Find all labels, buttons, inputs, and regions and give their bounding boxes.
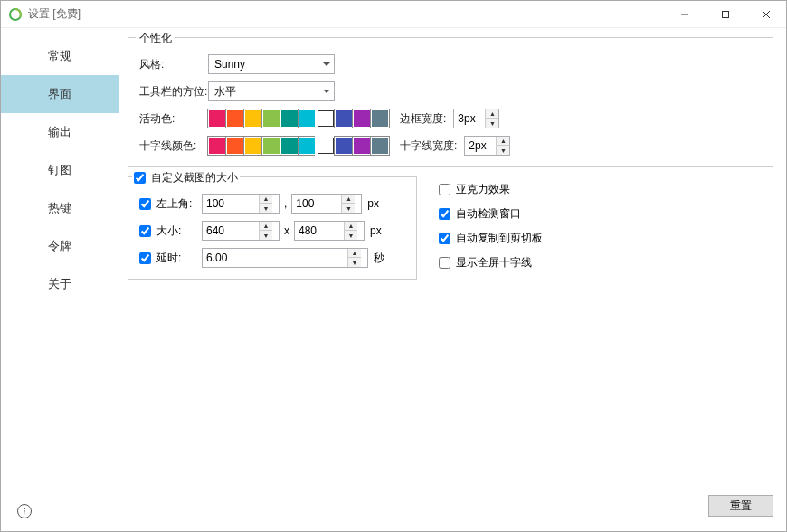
options-column: 亚克力效果 自动检测窗口 自动复制到剪切板 显示全屏十字线 xyxy=(439,176,543,289)
columns: 自定义截图的大小 左上角: ▲▼ , ▲▼ px 大小: ▲▼ x ▲▼ xyxy=(128,176,773,289)
color-swatch[interactable] xyxy=(335,109,353,128)
spin-size-h[interactable]: ▲▼ xyxy=(294,221,365,241)
label-active-color: 活动色: xyxy=(139,111,208,127)
spin-down-icon[interactable]: ▼ xyxy=(348,258,361,267)
color-swatch[interactable] xyxy=(353,137,371,155)
chevron-down-icon xyxy=(323,90,330,93)
sidebar-item-interface[interactable]: 界面 xyxy=(1,75,119,113)
sidebar: 常规 界面 输出 钉图 热键 令牌 关于 i xyxy=(1,28,119,531)
sidebar-item-output[interactable]: 输出 xyxy=(1,113,119,151)
select-toolbar-position[interactable]: 水平 xyxy=(208,81,335,101)
maximize-button[interactable] xyxy=(705,1,745,27)
input-topleft-y[interactable] xyxy=(292,197,341,210)
svg-rect-2 xyxy=(722,11,728,17)
titlebar: 设置 [免费] xyxy=(1,1,786,28)
chevron-down-icon xyxy=(323,62,330,66)
sidebar-item-general[interactable]: 常规 xyxy=(1,37,119,75)
color-swatch[interactable] xyxy=(226,109,244,128)
color-swatch[interactable] xyxy=(208,137,226,155)
checkbox-autodetect[interactable]: 自动检测窗口 xyxy=(439,206,543,222)
select-style[interactable]: Sunny xyxy=(208,54,335,74)
app-icon xyxy=(8,7,23,22)
group-custom-size: 自定义截图的大小 左上角: ▲▼ , ▲▼ px 大小: ▲▼ x ▲▼ xyxy=(128,176,417,280)
spin-topleft-y[interactable]: ▲▼ xyxy=(291,194,362,214)
input-cross-width[interactable] xyxy=(465,139,496,152)
input-delay[interactable] xyxy=(203,252,347,264)
spin-down-icon[interactable]: ▼ xyxy=(345,231,357,240)
sidebar-item-token[interactable]: 令牌 xyxy=(1,227,119,265)
spin-down-icon[interactable]: ▼ xyxy=(260,204,272,213)
spin-cross-width[interactable]: ▲▼ xyxy=(464,136,510,156)
minimize-button[interactable] xyxy=(664,1,705,27)
body: 常规 界面 输出 钉图 热键 令牌 关于 i 个性化 风格: Sunny xyxy=(1,28,786,531)
color-swatch[interactable] xyxy=(299,137,317,155)
color-swatch[interactable] xyxy=(262,109,280,128)
color-swatch[interactable] xyxy=(335,137,353,155)
spin-down-icon[interactable]: ▼ xyxy=(497,146,509,155)
color-swatch[interactable] xyxy=(317,109,335,128)
select-toolbar-value: 水平 xyxy=(214,84,236,100)
label-cross-color: 十字线颜色: xyxy=(139,138,208,154)
spin-up-icon[interactable]: ▲ xyxy=(348,249,361,258)
checkbox-autocopy[interactable]: 自动复制到剪切板 xyxy=(439,231,543,246)
spin-size-w[interactable]: ▲▼ xyxy=(202,221,280,241)
input-border-width[interactable] xyxy=(454,112,485,125)
sidebar-item-pin[interactable]: 钉图 xyxy=(1,151,119,189)
select-style-value: Sunny xyxy=(214,58,245,71)
checkbox-delay[interactable]: 延时: xyxy=(139,251,202,266)
spin-down-icon[interactable]: ▼ xyxy=(342,204,355,213)
unit-px: px xyxy=(370,224,382,237)
spin-delay[interactable]: ▲▼ xyxy=(202,248,368,268)
label-cross-width: 十字线宽度: xyxy=(400,138,457,154)
input-topleft-x[interactable] xyxy=(203,197,259,210)
checkbox-size[interactable]: 大小: xyxy=(139,223,202,239)
close-button[interactable] xyxy=(745,1,786,27)
spin-up-icon[interactable]: ▲ xyxy=(260,195,272,204)
spin-down-icon[interactable]: ▼ xyxy=(486,119,498,128)
spin-border-width[interactable]: ▲▼ xyxy=(453,109,499,128)
label-border-width: 边框宽度: xyxy=(400,111,446,127)
reset-button[interactable]: 重置 xyxy=(708,495,773,517)
footer: 重置 xyxy=(128,488,773,522)
color-swatch[interactable] xyxy=(244,109,262,128)
color-swatch[interactable] xyxy=(280,137,299,155)
color-swatch[interactable] xyxy=(317,137,335,155)
content: 个性化 风格: Sunny 工具栏的方位: 水平 活动色 xyxy=(119,28,786,531)
color-swatch[interactable] xyxy=(353,109,371,128)
color-swatch[interactable] xyxy=(208,109,226,128)
group-title-personalization: 个性化 xyxy=(136,31,175,46)
spin-up-icon[interactable]: ▲ xyxy=(345,222,357,231)
window-controls xyxy=(664,1,786,27)
label-toolbar-position: 工具栏的方位: xyxy=(139,84,208,100)
settings-window: 设置 [免费] 常规 界面 输出 钉图 热键 令牌 关于 i 个性化 风格: xyxy=(0,0,787,532)
color-swatch[interactable] xyxy=(371,109,389,128)
input-size-w[interactable] xyxy=(203,224,259,237)
color-swatch[interactable] xyxy=(244,137,262,155)
checkbox-acrylic[interactable]: 亚克力效果 xyxy=(439,182,543,197)
checkbox-fullscreen-cross[interactable]: 显示全屏十字线 xyxy=(439,255,543,271)
sidebar-item-about[interactable]: 关于 xyxy=(1,265,119,303)
spin-up-icon[interactable]: ▲ xyxy=(260,222,272,231)
color-swatch[interactable] xyxy=(280,109,299,128)
palette-cross xyxy=(208,137,389,155)
color-swatch[interactable] xyxy=(371,137,389,155)
spin-up-icon[interactable]: ▲ xyxy=(486,109,498,119)
palette-active xyxy=(208,109,389,128)
spin-topleft-x[interactable]: ▲▼ xyxy=(202,194,280,214)
color-swatch[interactable] xyxy=(226,137,244,155)
unit-px: px xyxy=(367,197,379,210)
color-swatch[interactable] xyxy=(299,109,317,128)
color-swatch[interactable] xyxy=(262,137,280,155)
info-icon[interactable]: i xyxy=(17,504,32,518)
label-style: 风格: xyxy=(139,57,208,72)
window-title: 设置 [免费] xyxy=(28,6,664,22)
spin-down-icon[interactable]: ▼ xyxy=(260,231,272,240)
info-row: i xyxy=(1,495,119,531)
checkbox-custom-size[interactable]: 自定义截图的大小 xyxy=(134,170,238,185)
spin-up-icon[interactable]: ▲ xyxy=(497,137,509,146)
spin-up-icon[interactable]: ▲ xyxy=(342,195,355,204)
unit-seconds: 秒 xyxy=(374,251,384,266)
sidebar-item-hotkey[interactable]: 热键 xyxy=(1,189,119,227)
input-size-h[interactable] xyxy=(295,224,344,237)
checkbox-topleft[interactable]: 左上角: xyxy=(139,196,202,212)
